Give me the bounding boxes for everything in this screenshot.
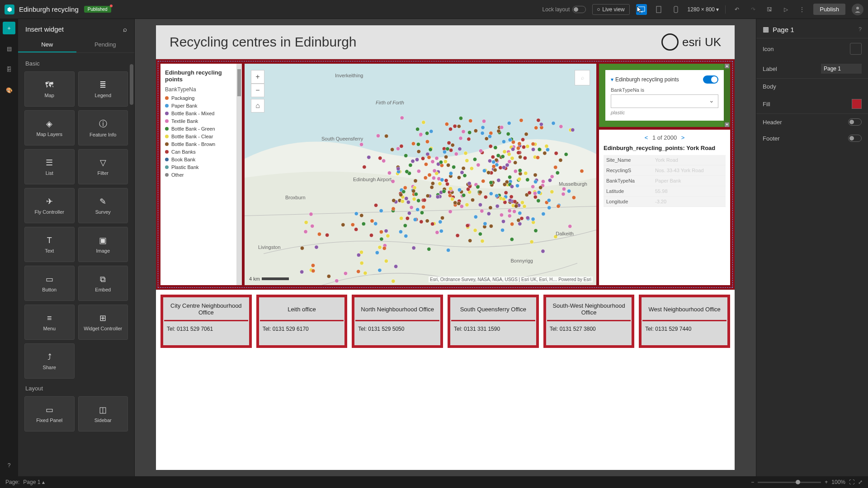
widget-card[interactable]: ⓘFeature Info [78, 110, 128, 145]
widget-card[interactable]: ◫Sidebar [78, 396, 128, 432]
tab-new[interactable]: New [18, 38, 76, 52]
tab-pending[interactable]: Pending [76, 38, 135, 52]
map-widget[interactable]: + − ⌂ ⌕ Inverkeithing Firth of Forth Sou… [245, 64, 596, 285]
office-card[interactable]: South Queensferry OfficeTel: 0131 331 15… [448, 295, 539, 348]
widget-card[interactable]: ▭Button [24, 266, 75, 301]
feature-info-widget[interactable]: < 1 of 2000 > Edinburgh_recycling_points… [599, 130, 730, 285]
map-svg [245, 64, 596, 285]
user-avatar[interactable] [852, 4, 863, 15]
live-view-button[interactable]: Live view [592, 4, 629, 15]
zoom-in[interactable]: + [825, 479, 828, 485]
widget-card[interactable]: ☰List [24, 149, 75, 184]
widget-card[interactable]: ◈Map Layers [24, 110, 75, 145]
preview-button[interactable]: ▷ [781, 5, 791, 14]
office-name: Leith office [260, 298, 344, 320]
office-card[interactable]: South-West Neighbourhood OfficeTel: 0131… [543, 295, 635, 348]
zoom-out[interactable]: − [751, 479, 754, 485]
pager-next[interactable]: > [681, 134, 685, 141]
page-dropdown[interactable]: Page 1 ▴ [23, 479, 44, 485]
home-button[interactable]: ⌂ [251, 99, 264, 113]
footer-toggle[interactable] [848, 135, 862, 142]
scroll-down-icon[interactable]: ▾ [725, 122, 729, 127]
device-desktop-button[interactable] [636, 4, 647, 15]
left-panel: Insert widget ⌕ New Pending Basic 🗺Map≣L… [18, 19, 135, 476]
legend-scrollbar[interactable] [236, 64, 242, 285]
widget-card[interactable]: ⤴Share [24, 343, 75, 379]
svg-point-340 [464, 151, 467, 155]
filter-widget[interactable]: ▾ Edinburgh recycling points BankTypeNa … [599, 64, 730, 127]
statusbar: Page: Page 1 ▴ − + 100% ⛶ ⤢ [0, 476, 868, 488]
office-card[interactable]: City Centre Neighbourhood OfficeTel: 013… [160, 295, 252, 348]
svg-point-55 [399, 230, 402, 234]
svg-point-38 [435, 230, 439, 234]
lock-layout-toggle[interactable]: Lock layout [542, 6, 586, 13]
zoom-slider[interactable] [758, 482, 821, 483]
scroll-up-icon[interactable]: ▴ [725, 64, 729, 68]
svg-point-133 [451, 143, 454, 147]
panel-search-button[interactable]: ⌕ [123, 25, 127, 33]
pager: < 1 of 2000 > [604, 134, 726, 141]
fit-button[interactable]: ⛶ [849, 479, 854, 485]
svg-point-378 [513, 200, 517, 203]
widget-card[interactable]: ▭Fixed Panel [24, 396, 75, 432]
svg-point-241 [447, 141, 451, 145]
widget-card[interactable]: TText [24, 227, 75, 262]
icon-picker[interactable] [850, 43, 862, 55]
widget-card[interactable]: ⊞Widget Controller [78, 305, 128, 340]
legend-widget[interactable]: Edinburgh recycling points BankTypeNa Pa… [160, 64, 242, 285]
widget-card[interactable]: ≣Legend [78, 71, 128, 107]
info-value: 55.98 [652, 186, 726, 197]
filter-scrollbar[interactable]: ▴ ▾ [724, 64, 730, 127]
page-canvas[interactable]: Recycling centres in Edinburgh esri UK E… [156, 25, 735, 470]
widget-card[interactable]: ≡Menu [24, 305, 75, 340]
svg-point-367 [531, 185, 534, 188]
chevron-down-icon[interactable]: ▾ [611, 76, 613, 83]
scrollbar-thumb[interactable] [130, 64, 133, 105]
help-icon[interactable]: ? [859, 26, 862, 33]
screen-size-dropdown[interactable]: 1280 × 800 ▾ [688, 6, 719, 13]
right-panel: ▦Page 1 ? Icon Label Body Fill Header Fo… [756, 19, 868, 476]
more-button[interactable]: ⋮ [797, 5, 807, 14]
rail-page-button[interactable]: ▤ [3, 42, 15, 55]
zoom-out-button[interactable]: − [251, 84, 264, 97]
svg-point-275 [531, 217, 535, 221]
rail-insert-button[interactable]: ＋ [3, 22, 15, 34]
svg-point-176 [508, 160, 511, 163]
svg-point-411 [378, 268, 382, 272]
widget-card[interactable]: ▣Image [78, 227, 128, 262]
widget-card[interactable]: ▽Filter [78, 149, 128, 184]
svg-point-414 [360, 214, 363, 217]
svg-point-109 [415, 127, 419, 131]
filter-select[interactable] [611, 94, 718, 108]
zoom-in-button[interactable]: + [251, 70, 264, 84]
redo-button[interactable]: ↷ [748, 5, 758, 14]
device-tablet-button[interactable] [653, 4, 664, 15]
rail-help-button[interactable]: ? [3, 459, 15, 472]
pager-prev[interactable]: < [645, 134, 648, 141]
widget-card[interactable]: ⧉Embed [78, 266, 128, 301]
widget-card[interactable]: 🗺Map [24, 71, 75, 107]
map-search-button[interactable]: ⌕ [575, 70, 590, 85]
rail-theme-button[interactable]: 🎨 [3, 84, 15, 97]
publish-button[interactable]: Publish [813, 4, 845, 15]
fullscreen-button[interactable]: ⤢ [858, 479, 863, 485]
office-card[interactable]: Leith officeTel: 0131 529 6170 [256, 295, 348, 348]
office-card[interactable]: North Neighbourhood OfficeTel: 0131 529 … [352, 295, 443, 348]
svg-point-66 [504, 191, 508, 194]
fill-color-swatch[interactable] [852, 99, 862, 109]
info-value: -3.20 [652, 197, 726, 207]
widget-card[interactable]: ✎Survey [78, 188, 128, 223]
svg-point-344 [482, 169, 486, 173]
office-card[interactable]: West Neighbourhood OfficeTel: 0131 529 7… [639, 295, 730, 348]
save-button[interactable]: 🖫 [764, 5, 774, 14]
device-mobile-button[interactable] [670, 4, 681, 15]
widget-card[interactable]: ✈Fly Controller [24, 188, 75, 223]
header-toggle[interactable] [848, 118, 862, 126]
legend-item: Plastic Bank [165, 164, 237, 170]
svg-point-78 [497, 178, 500, 182]
rail-data-button[interactable]: 🗄 [3, 63, 15, 76]
map-label: South Queensferry [321, 136, 363, 141]
undo-button[interactable]: ↶ [732, 5, 742, 14]
filter-toggle[interactable] [703, 75, 718, 84]
label-input[interactable] [821, 64, 862, 74]
